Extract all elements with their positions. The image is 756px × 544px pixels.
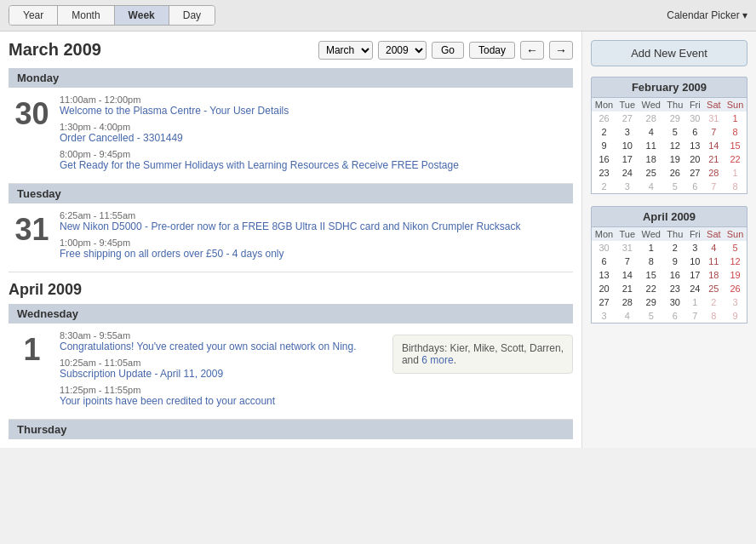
table-cell[interactable]: 27: [616, 112, 639, 125]
table-cell[interactable]: 27: [686, 166, 704, 180]
table-cell[interactable]: 21: [616, 282, 639, 295]
table-cell[interactable]: 3: [616, 125, 639, 139]
event-1-2-link[interactable]: Subscription Update - April 11, 2009: [60, 368, 384, 380]
event-1-1-link[interactable]: Congratulations! You've created your own…: [60, 341, 384, 352]
table-cell[interactable]: 3: [616, 180, 639, 194]
table-cell[interactable]: 26: [664, 166, 686, 180]
table-cell[interactable]: 26: [592, 112, 617, 125]
table-cell[interactable]: 11: [704, 255, 724, 268]
table-cell[interactable]: 14: [704, 139, 724, 152]
go-button[interactable]: Go: [432, 42, 464, 59]
table-cell[interactable]: 12: [664, 139, 686, 152]
table-cell[interactable]: 10: [616, 139, 639, 152]
table-cell[interactable]: 17: [616, 152, 639, 166]
event-30-3-link[interactable]: Get Ready for the Summer Holidays with L…: [60, 159, 573, 171]
event-31-1-link[interactable]: New Nikon D5000 - Pre-order now for a FR…: [60, 220, 573, 232]
event-1-3-link[interactable]: Your ipoints have been credited to your …: [60, 395, 384, 407]
table-cell[interactable]: 15: [724, 139, 747, 152]
table-cell[interactable]: 4: [704, 241, 724, 255]
event-30-2-link[interactable]: Order Cancelled - 3301449: [60, 132, 573, 144]
table-cell[interactable]: 1: [724, 166, 747, 180]
table-cell[interactable]: 21: [704, 152, 724, 166]
table-cell[interactable]: 18: [639, 152, 664, 166]
table-cell[interactable]: 3: [686, 241, 704, 255]
tab-month[interactable]: Month: [58, 6, 114, 25]
table-cell[interactable]: 31: [616, 241, 639, 255]
tab-week[interactable]: Week: [115, 6, 169, 25]
table-cell[interactable]: 14: [616, 268, 639, 282]
table-cell[interactable]: 22: [724, 152, 747, 166]
table-cell[interactable]: 9: [724, 309, 747, 324]
prev-button[interactable]: ←: [520, 41, 544, 60]
table-cell[interactable]: 29: [664, 112, 686, 125]
table-cell[interactable]: 22: [639, 282, 664, 295]
event-30-1-link[interactable]: Welcome to the Plasma Centre - Your User…: [60, 105, 573, 117]
year-select[interactable]: 2009: [378, 41, 427, 60]
table-cell[interactable]: 3: [724, 295, 747, 309]
birthday-more-link[interactable]: 6 more: [421, 354, 453, 366]
table-cell[interactable]: 28: [639, 112, 664, 125]
table-cell[interactable]: 7: [616, 255, 639, 268]
today-button[interactable]: Today: [469, 42, 515, 59]
table-cell[interactable]: 5: [724, 241, 747, 255]
table-cell[interactable]: 10: [686, 255, 704, 268]
table-cell[interactable]: 23: [592, 166, 617, 180]
table-cell[interactable]: 7: [704, 125, 724, 139]
tab-day[interactable]: Day: [169, 6, 215, 25]
table-cell[interactable]: 2: [592, 180, 617, 194]
table-cell[interactable]: 20: [592, 282, 617, 295]
table-cell[interactable]: 31: [704, 112, 724, 125]
table-cell[interactable]: 7: [686, 309, 704, 324]
table-cell[interactable]: 5: [664, 125, 686, 139]
table-cell[interactable]: 30: [686, 112, 704, 125]
table-cell[interactable]: 28: [616, 295, 639, 309]
table-cell[interactable]: 8: [704, 309, 724, 324]
table-cell[interactable]: 5: [639, 309, 664, 324]
table-cell[interactable]: 26: [724, 282, 747, 295]
table-cell[interactable]: 28: [704, 166, 724, 180]
table-cell[interactable]: 1: [724, 112, 747, 125]
table-cell[interactable]: 25: [639, 166, 664, 180]
table-cell[interactable]: 24: [686, 282, 704, 295]
table-cell[interactable]: 25: [704, 282, 724, 295]
table-cell[interactable]: 2: [664, 241, 686, 255]
table-cell[interactable]: 24: [616, 166, 639, 180]
add-event-button[interactable]: Add New Event: [591, 40, 747, 66]
table-cell[interactable]: 2: [592, 125, 617, 139]
table-cell[interactable]: 17: [686, 268, 704, 282]
table-cell[interactable]: 5: [664, 180, 686, 194]
table-cell[interactable]: 30: [664, 295, 686, 309]
table-cell[interactable]: 19: [724, 268, 747, 282]
table-cell[interactable]: 16: [592, 152, 617, 166]
table-cell[interactable]: 1: [639, 241, 664, 255]
table-cell[interactable]: 29: [639, 295, 664, 309]
table-cell[interactable]: 27: [592, 295, 617, 309]
table-cell[interactable]: 19: [664, 152, 686, 166]
table-cell[interactable]: 4: [639, 180, 664, 194]
table-cell[interactable]: 13: [686, 139, 704, 152]
table-cell[interactable]: 23: [664, 282, 686, 295]
table-cell[interactable]: 9: [592, 139, 617, 152]
table-cell[interactable]: 13: [592, 268, 617, 282]
table-cell[interactable]: 3: [592, 309, 617, 324]
table-cell[interactable]: 4: [639, 125, 664, 139]
tab-year[interactable]: Year: [9, 6, 58, 25]
table-cell[interactable]: 30: [592, 241, 617, 255]
event-31-2-link[interactable]: Free shipping on all orders over £50 - 4…: [60, 248, 573, 260]
table-cell[interactable]: 15: [639, 268, 664, 282]
table-cell[interactable]: 6: [664, 309, 686, 324]
table-cell[interactable]: 4: [616, 309, 639, 324]
table-cell[interactable]: 11: [639, 139, 664, 152]
table-cell[interactable]: 8: [639, 255, 664, 268]
table-cell[interactable]: 6: [686, 125, 704, 139]
table-cell[interactable]: 6: [686, 180, 704, 194]
table-cell[interactable]: 6: [592, 255, 617, 268]
next-button[interactable]: →: [549, 41, 573, 60]
table-cell[interactable]: 8: [724, 125, 747, 139]
table-cell[interactable]: 8: [724, 180, 747, 194]
table-cell[interactable]: 9: [664, 255, 686, 268]
table-cell[interactable]: 2: [704, 295, 724, 309]
table-cell[interactable]: 1: [686, 295, 704, 309]
table-cell[interactable]: 20: [686, 152, 704, 166]
table-cell[interactable]: 18: [704, 268, 724, 282]
